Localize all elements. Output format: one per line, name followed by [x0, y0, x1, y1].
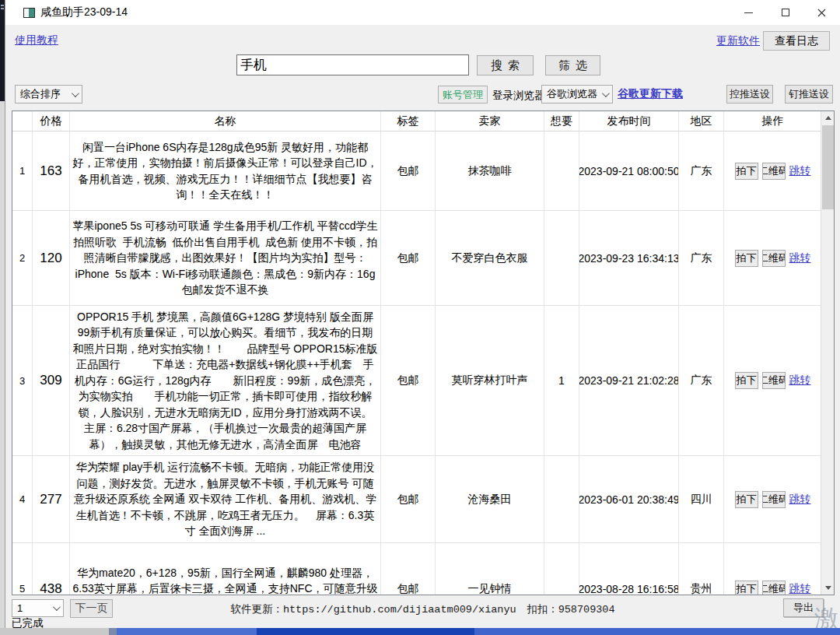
price-cell: 309	[33, 306, 70, 455]
item-title-cell: 华为mate20，6+128，95新，国行全网通，麒麟980 处理器，6.53英…	[70, 543, 381, 595]
tag-cell: 包邮	[381, 211, 436, 305]
buy-button[interactable]: 拍下	[735, 491, 758, 508]
buy-button[interactable]: 拍下	[735, 250, 758, 267]
actions-cell: 拍下 二维码 跳转	[724, 456, 821, 542]
header-want: 想要	[544, 111, 579, 131]
window-maximize-button[interactable]	[767, 0, 803, 25]
seller-cell: 抹茶咖啡	[436, 132, 544, 210]
header-seller: 卖家	[436, 111, 544, 131]
minimize-icon	[744, 12, 753, 13]
seller-cell: 沧海桑田	[436, 456, 544, 542]
region-cell: 四川	[679, 456, 724, 542]
qrcode-button[interactable]: 二维码	[762, 581, 786, 596]
search-button[interactable]: 搜索	[477, 55, 534, 75]
window-close-button[interactable]	[803, 0, 840, 25]
want-count-cell	[544, 211, 579, 305]
jump-link[interactable]: 跳转	[789, 164, 811, 178]
jump-link[interactable]: 跳转	[789, 493, 811, 507]
item-title-cell: 闲置一台iPhone 6S内存是128g成色95新 灵敏好用，功能都好，正常使用…	[70, 132, 381, 210]
publish-time-cell: 2023-09-23 16:34:13	[579, 211, 679, 305]
actions-cell: 拍下 二维码 跳转	[724, 211, 821, 305]
chevron-down-icon	[72, 89, 79, 97]
push-settings-button-1[interactable]: 控推送设	[726, 85, 773, 103]
sort-order-value: 综合排序	[20, 87, 61, 101]
price-cell: 120	[33, 211, 70, 305]
actions-cell: 拍下 二维码 跳转	[724, 306, 821, 455]
desktop-background-strip	[0, 628, 840, 635]
row-index: 4	[12, 456, 33, 542]
publish-time-cell: 2023-08-28 16:16:58	[579, 543, 679, 595]
publish-time-cell: 2023-06-01 20:38:49	[579, 456, 679, 542]
software-update-info: 软件更新：https://github.com/dijiaatm009/xian…	[5, 602, 840, 616]
table-row[interactable]: 2 120 苹果ipone5 5s 可移动可联通 学生备用手机/工作机 平替cc…	[12, 211, 821, 306]
search-input[interactable]	[236, 54, 469, 75]
buy-button[interactable]: 拍下	[735, 372, 758, 389]
row-index: 2	[12, 211, 33, 305]
price-cell: 163	[33, 132, 70, 210]
table-header-row: 价格 名称 标签 卖家 想要 发布时间 地区 操作	[12, 111, 821, 132]
buy-button[interactable]: 拍下	[735, 581, 758, 596]
seller-cell: 一见钟情	[436, 543, 544, 595]
app-window: 咸鱼助手23-09-14 使用教程 更新软件 查看日志 搜索 筛选 综合排序 账…	[5, 0, 840, 628]
results-table: 价格 名称 标签 卖家 想要 发布时间 地区 操作 1 163 闲置一台iPho…	[12, 111, 835, 595]
export-button[interactable]: 导出	[783, 598, 824, 617]
qrcode-button[interactable]: 二维码	[762, 491, 786, 508]
jump-link[interactable]: 跳转	[789, 251, 811, 265]
header-actions: 操作	[724, 111, 821, 131]
tutorial-link[interactable]: 使用教程	[15, 33, 58, 47]
seller-cell: 不爱穿白色衣服	[436, 211, 544, 305]
scrollbar-thumb[interactable]	[822, 125, 834, 209]
table-row[interactable]: 5 438 华为mate20，6+128，95新，国行全网通，麒麟980 处理器…	[12, 543, 821, 595]
table-row[interactable]: 4 277 华为荣耀 play手机 运行流畅不卡顿。无暗病，功能正常使用没问题，…	[12, 456, 821, 543]
header-price: 价格	[33, 111, 70, 131]
browser-select[interactable]: 谷歌浏览器	[541, 85, 613, 103]
arrow-down-icon	[825, 586, 831, 590]
jump-link[interactable]: 跳转	[789, 374, 811, 388]
price-cell: 438	[33, 543, 70, 595]
app-icon	[23, 8, 35, 18]
region-cell: 广东	[679, 211, 724, 305]
region-cell: 贵州	[679, 543, 724, 595]
want-count-cell	[544, 543, 579, 595]
qrcode-button[interactable]: 二维码	[762, 372, 786, 389]
qrcode-button[interactable]: 二维码	[762, 250, 786, 267]
item-title-cell: 华为荣耀 play手机 运行流畅不卡顿。无暗病，功能正常使用没问题，测好发货。无…	[70, 456, 381, 542]
window-minimize-button[interactable]	[730, 0, 767, 25]
publish-time-cell: 2023-09-21 08:00:50	[579, 132, 679, 210]
row-index: 5	[12, 543, 33, 595]
header-publish-time: 发布时间	[579, 111, 679, 131]
row-index: 1	[12, 132, 33, 210]
title-bar: 咸鱼助手23-09-14	[5, 0, 840, 25]
window-controls	[730, 0, 840, 25]
sort-order-select[interactable]: 综合排序	[15, 85, 82, 103]
account-manage-button[interactable]: 账号管理	[438, 86, 488, 103]
want-count-cell: 1	[544, 306, 579, 455]
table-scrollbar[interactable]	[821, 111, 834, 595]
buy-button[interactable]: 拍下	[735, 163, 758, 180]
filter-button[interactable]: 筛选	[545, 55, 600, 75]
header-index	[12, 111, 33, 131]
publish-time-cell: 2023-09-21 21:02:28	[579, 306, 679, 455]
view-log-button[interactable]: 查看日志	[763, 31, 830, 51]
tag-cell: 包邮	[381, 132, 436, 210]
maximize-icon	[782, 9, 789, 16]
table-body: 1 163 闲置一台iPhone 6S内存是128g成色95新 灵敏好用，功能都…	[12, 132, 821, 595]
want-count-cell	[544, 132, 579, 210]
actions-cell: 拍下 二维码 跳转	[724, 132, 821, 210]
row-index: 3	[12, 306, 33, 455]
update-software-link[interactable]: 更新软件	[716, 34, 760, 48]
chrome-update-download-link[interactable]: 谷歌更新下载	[618, 87, 683, 101]
jump-link[interactable]: 跳转	[789, 582, 811, 596]
header-region: 地区	[679, 111, 724, 131]
push-settings-button-2[interactable]: 钉推送设	[785, 85, 833, 103]
window-title: 咸鱼助手23-09-14	[40, 5, 128, 19]
actions-cell: 拍下 二维码 跳转	[724, 543, 821, 595]
qrcode-button[interactable]: 二维码	[762, 163, 786, 180]
scroll-up-button[interactable]	[821, 111, 835, 125]
table-row[interactable]: 1 163 闲置一台iPhone 6S内存是128g成色95新 灵敏好用，功能都…	[12, 132, 821, 211]
table-row[interactable]: 3 309 OPPOR15 手机 梦境黑，高颜值6G+128G 梦境特别 版全面…	[12, 306, 821, 456]
seller-cell: 莫听穿林打叶声	[436, 306, 544, 455]
login-browser-label: 登录浏览器:	[492, 89, 548, 103]
price-cell: 277	[33, 456, 70, 542]
scroll-down-button[interactable]	[821, 581, 835, 595]
